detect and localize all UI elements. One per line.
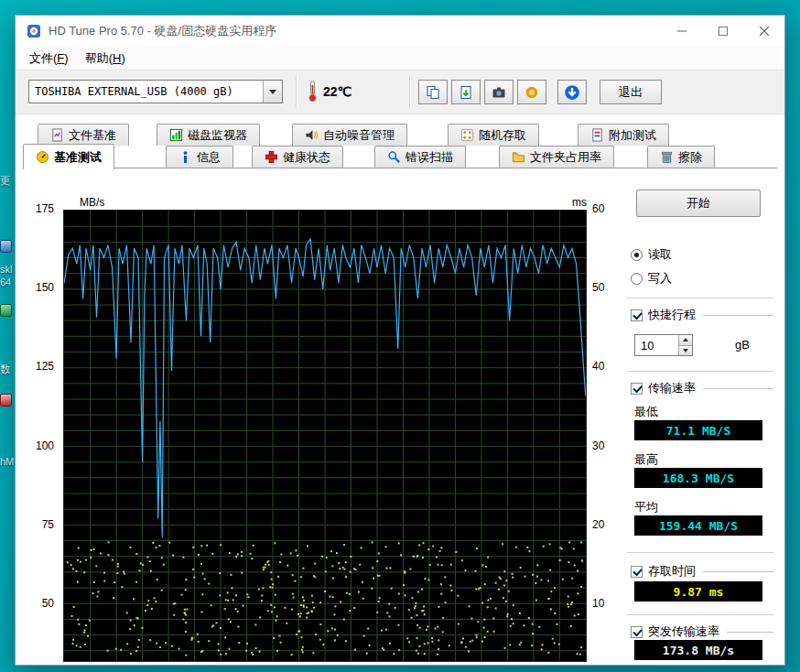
left-axis-tick: 50 [42, 597, 54, 610]
tab-erase[interactable]: 擦除 [647, 146, 715, 168]
checkbox-icon [631, 626, 643, 638]
tab-random-access[interactable]: 随机存取 [448, 124, 539, 146]
desktop-icon-label[interactable]: 64 [0, 276, 14, 287]
left-axis-unit: MB/s [80, 196, 104, 209]
stepper-down-button[interactable] [679, 345, 692, 356]
info-icon [178, 150, 192, 164]
desktop-icon-label[interactable]: skl [0, 264, 14, 275]
folder-icon [512, 150, 525, 164]
drive-select-value: TOSHIBA EXTERNAL_USB (4000 gB) [29, 81, 263, 103]
access-time-checkbox[interactable]: 存取时间 [631, 563, 773, 580]
right-axis-tick: 20 [592, 518, 604, 531]
toolbar-separator [409, 76, 411, 107]
chevron-down-icon [683, 349, 688, 352]
camera-icon [492, 85, 506, 100]
export-button[interactable] [451, 80, 481, 104]
minimize-button[interactable] [661, 16, 702, 47]
left-axis-tick: 100 [36, 439, 54, 452]
panel-divider [627, 614, 773, 615]
read-radio[interactable]: 读取 [631, 246, 773, 263]
award-icon [524, 85, 539, 100]
menu-help[interactable]: 帮助(H) [77, 48, 134, 70]
temperature-display: 22℃ [305, 80, 351, 103]
desktop-icon-label[interactable]: 更 [0, 174, 14, 188]
right-axis-tick: 10 [592, 597, 604, 610]
dice-icon [460, 128, 474, 142]
screenshot-button[interactable] [484, 80, 514, 104]
left-axis-tick: 75 [42, 518, 54, 531]
magnifier-icon [387, 150, 401, 164]
drive-select-dropdown[interactable] [263, 81, 282, 103]
window-title: HD Tune Pro 5.70 - 硬盘/固态硬盘实用程序 [49, 23, 276, 39]
maximize-icon [719, 27, 728, 36]
export-icon [459, 85, 473, 100]
tab-info[interactable]: 信息 [166, 146, 233, 168]
menu-file[interactable]: 文件(F) [21, 48, 77, 70]
access-time-value-display: 9.87 ms [634, 581, 762, 602]
stepper-unit-label: gB [735, 338, 750, 352]
close-icon [760, 27, 769, 36]
download-arrow-icon [564, 84, 580, 101]
burst-rate-checkbox[interactable]: 突发传输速率 [631, 623, 773, 640]
title-bar: HD Tune Pro 5.70 - 硬盘/固态硬盘实用程序 [16, 16, 784, 47]
avg-label: 平均 [634, 499, 658, 515]
panel-divider [627, 298, 773, 298]
hdtune-window: HD Tune Pro 5.70 - 硬盘/固态硬盘实用程序 文件(F) 帮助(… [15, 15, 785, 666]
menu-bar: 文件(F) 帮助(H) [16, 47, 784, 70]
right-axis-tick: 60 [592, 202, 604, 215]
right-axis-tick: 40 [592, 360, 604, 373]
tab-extra-tests[interactable]: 附加测试 [578, 124, 669, 146]
tab-file-benchmark[interactable]: 文件基准 [38, 124, 129, 146]
tab-disk-monitor[interactable]: 磁盘监视器 [157, 124, 260, 146]
tab-benchmark[interactable]: 基准测试 [23, 144, 114, 169]
exit-button[interactable]: 退出 [600, 80, 662, 104]
desktop: { "desktop": { "labels": ["更", "skl", "6… [0, 0, 800, 672]
radio-icon [631, 273, 643, 285]
write-radio[interactable]: 写入 [631, 270, 773, 287]
burst-rate-value-display: 173.8 MB/s [634, 640, 762, 660]
right-axis-ticks: 605040302010 [590, 210, 618, 662]
maximize-button[interactable] [702, 16, 743, 47]
start-button[interactable]: 开始 [636, 190, 761, 217]
desktop-icon-label[interactable]: hM [0, 456, 14, 467]
checkbox-icon [631, 566, 643, 578]
stepper-up-button[interactable] [679, 335, 692, 345]
close-button[interactable] [743, 16, 784, 47]
tab-auto-noise-management[interactable]: 自动噪音管理 [292, 124, 407, 146]
benchmark-gauge-icon [36, 150, 49, 164]
tab-folder-usage[interactable]: 文件夹占用率 [499, 146, 614, 168]
group-rule [703, 315, 773, 316]
desktop-icon[interactable] [0, 394, 12, 406]
download-button[interactable] [557, 80, 587, 104]
toolbar: TOSHIBA EXTERNAL_USB (4000 gB) 22℃ [16, 70, 784, 114]
toolbar-separator [296, 76, 297, 107]
desktop-icon[interactable] [0, 240, 12, 253]
desktop-icon-label[interactable]: 数 [0, 363, 14, 376]
radio-icon [631, 249, 643, 261]
panel-divider [627, 552, 773, 553]
short-stroke-checkbox[interactable]: 快捷行程 [631, 307, 773, 323]
transfer-rate-checkbox[interactable]: 传输速率 [631, 380, 773, 396]
checkbox-icon [631, 309, 643, 321]
temperature-value: 22℃ [323, 84, 351, 99]
desktop-icon[interactable] [0, 304, 12, 317]
min-label: 最低 [634, 404, 658, 420]
stepper-value[interactable]: 10 [635, 335, 678, 355]
benchmark-chart [63, 210, 587, 662]
copy-button[interactable] [418, 80, 448, 104]
short-stroke-size-stepper[interactable]: 10 [634, 334, 693, 356]
benchmark-plot [63, 210, 587, 662]
tab-baseline [23, 168, 777, 168]
checkbox-icon [631, 383, 643, 395]
minimize-icon [677, 27, 686, 36]
hdtune-app-icon [27, 24, 41, 38]
right-axis-unit: ms [572, 196, 587, 209]
thermometer-icon [305, 81, 320, 103]
drive-select[interactable]: TOSHIBA EXTERNAL_USB (4000 gB) [28, 80, 283, 103]
extra-tests-icon [590, 128, 604, 142]
health-cross-icon [265, 150, 278, 164]
speaker-icon [305, 128, 319, 142]
submit-results-button[interactable] [517, 80, 546, 104]
tab-error-scan[interactable]: 错误扫描 [374, 146, 466, 168]
tab-health-status[interactable]: 健康状态 [252, 146, 343, 168]
